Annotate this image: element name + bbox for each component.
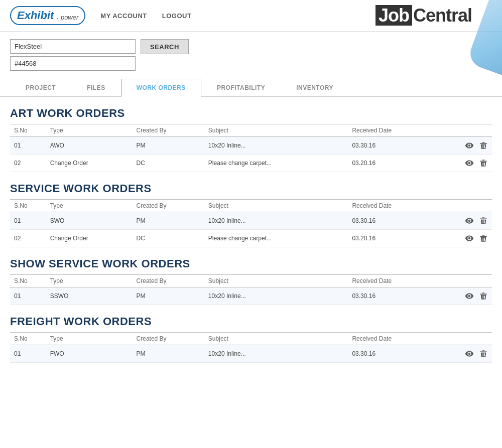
show-service-col-sno: S.No xyxy=(10,275,46,287)
action-icons xyxy=(438,234,488,243)
view-button[interactable] xyxy=(465,291,474,301)
freight-work-orders-title: FREIGHT WORK ORDERS xyxy=(10,315,492,328)
service-col-sno: S.No xyxy=(10,200,46,212)
table-row: 02 Change Order DC Please change carpet.… xyxy=(10,155,492,172)
cell-type: SWO xyxy=(46,212,133,230)
main-nav: MY ACCOUNT LOGOUT xyxy=(100,12,191,20)
service-table-header-row: S.No Type Created By Subject Received Da… xyxy=(10,200,492,212)
tab-profitability[interactable]: PROFITABILITY xyxy=(201,79,281,97)
cell-type: SSWO xyxy=(46,287,133,305)
cell-actions xyxy=(434,137,492,155)
delete-button[interactable] xyxy=(479,291,488,301)
cell-sno: 01 xyxy=(10,345,46,363)
cell-type: FWO xyxy=(46,345,133,363)
art-col-sno: S.No xyxy=(10,124,46,137)
cell-created-by: PM xyxy=(133,345,204,363)
view-button[interactable] xyxy=(465,234,474,243)
search-company-input[interactable] xyxy=(10,39,136,54)
tab-work-orders[interactable]: WORK ORDERS xyxy=(121,79,201,97)
cell-actions xyxy=(434,345,492,363)
cell-actions xyxy=(434,212,492,230)
central-text: Central xyxy=(413,5,472,26)
search-fields xyxy=(10,39,136,71)
service-col-date: Received Date xyxy=(348,200,434,212)
cell-date: 03.20.16 xyxy=(348,155,434,172)
cell-date: 03.30.16 xyxy=(348,137,434,155)
cell-actions xyxy=(434,230,492,247)
view-button[interactable] xyxy=(465,349,474,358)
cell-subject: 10x20 Inline... xyxy=(204,137,348,155)
art-work-orders-table: S.No Type Created By Subject Received Da… xyxy=(10,124,492,172)
action-icons xyxy=(438,216,488,225)
logo-dot: . xyxy=(56,10,59,22)
show-service-col-date: Received Date xyxy=(348,275,434,287)
delete-button[interactable] xyxy=(479,234,488,243)
art-col-type: Type xyxy=(46,124,133,137)
service-work-orders-title: SERVICE WORK ORDERS xyxy=(10,182,492,195)
freight-table-header-row: S.No Type Created By Subject Received Da… xyxy=(10,333,492,345)
cell-created-by: PM xyxy=(133,212,204,230)
nav-my-account[interactable]: MY ACCOUNT xyxy=(100,12,147,20)
table-row: 01 SSWO PM 10x20 Inline... 03.30.16 xyxy=(10,287,492,305)
art-work-orders-title: ART WORK ORDERS xyxy=(10,107,492,120)
cell-subject: 10x20 Inline... xyxy=(204,212,348,230)
show-service-col-created: Created By xyxy=(133,275,204,287)
view-button[interactable] xyxy=(465,159,474,168)
service-col-created: Created By xyxy=(133,200,204,212)
cell-sno: 01 xyxy=(10,212,46,230)
art-col-actions xyxy=(434,124,492,137)
view-button[interactable] xyxy=(465,141,474,150)
cell-created-by: PM xyxy=(133,137,204,155)
art-col-created: Created By xyxy=(133,124,204,137)
cell-actions xyxy=(434,155,492,172)
cell-sno: 02 xyxy=(10,155,46,172)
cell-type: Change Order xyxy=(46,155,133,172)
tab-files[interactable]: FILES xyxy=(71,79,121,97)
nav-logout[interactable]: LOGOUT xyxy=(162,12,192,20)
cell-sno: 01 xyxy=(10,137,46,155)
delete-button[interactable] xyxy=(479,141,488,150)
freight-col-sno: S.No xyxy=(10,333,46,345)
job-text: Job xyxy=(375,5,412,26)
cell-subject: 10x20 Inline... xyxy=(204,287,348,305)
show-service-col-actions xyxy=(434,275,492,287)
action-icons xyxy=(438,291,488,301)
cell-subject: Please change carpet... xyxy=(204,155,348,172)
show-service-table-header-row: S.No Type Created By Subject Received Da… xyxy=(10,275,492,287)
art-col-date: Received Date xyxy=(348,124,434,137)
table-row: 01 AWO PM 10x20 Inline... 03.30.16 xyxy=(10,137,492,155)
logo-box: Exhibit . power xyxy=(10,6,85,25)
header: Exhibit . power MY ACCOUNT LOGOUT JobCen… xyxy=(0,0,502,32)
table-row: 01 SWO PM 10x20 Inline... 03.30.16 xyxy=(10,212,492,230)
cell-created-by: PM xyxy=(133,287,204,305)
search-job-input[interactable] xyxy=(10,56,136,71)
freight-col-created: Created By xyxy=(133,333,204,345)
freight-work-orders-table: S.No Type Created By Subject Received Da… xyxy=(10,333,492,363)
delete-button[interactable] xyxy=(479,216,488,225)
delete-button[interactable] xyxy=(479,349,488,358)
cell-actions xyxy=(434,287,492,305)
delete-button[interactable] xyxy=(479,159,488,168)
tab-inventory[interactable]: INVENTORY xyxy=(281,79,349,97)
art-table-header-row: S.No Type Created By Subject Received Da… xyxy=(10,124,492,137)
service-work-orders-table: S.No Type Created By Subject Received Da… xyxy=(10,200,492,247)
show-service-col-type: Type xyxy=(46,275,133,287)
action-icons xyxy=(438,141,488,150)
cell-created-by: DC xyxy=(133,230,204,247)
cell-date: 03.30.16 xyxy=(348,345,434,363)
tabs-bar: PROJECT FILES WORK ORDERS PROFITABILITY … xyxy=(0,78,502,97)
logo-area: Exhibit . power xyxy=(10,6,85,25)
table-row: 01 FWO PM 10x20 Inline... 03.30.16 xyxy=(10,345,492,363)
art-col-subject: Subject xyxy=(204,124,348,137)
search-button[interactable]: SEARCH xyxy=(141,39,189,54)
show-service-col-subject: Subject xyxy=(204,275,348,287)
cell-subject: Please change carpet... xyxy=(204,230,348,247)
cell-type: AWO xyxy=(46,137,133,155)
view-button[interactable] xyxy=(465,216,474,225)
main-content: ART WORK ORDERS S.No Type Created By Sub… xyxy=(0,97,502,383)
freight-col-subject: Subject xyxy=(204,333,348,345)
tab-project[interactable]: PROJECT xyxy=(10,79,71,97)
freight-col-date: Received Date xyxy=(348,333,434,345)
logo-exhibit-text: Exhibit xyxy=(17,9,54,22)
action-icons xyxy=(438,349,488,358)
